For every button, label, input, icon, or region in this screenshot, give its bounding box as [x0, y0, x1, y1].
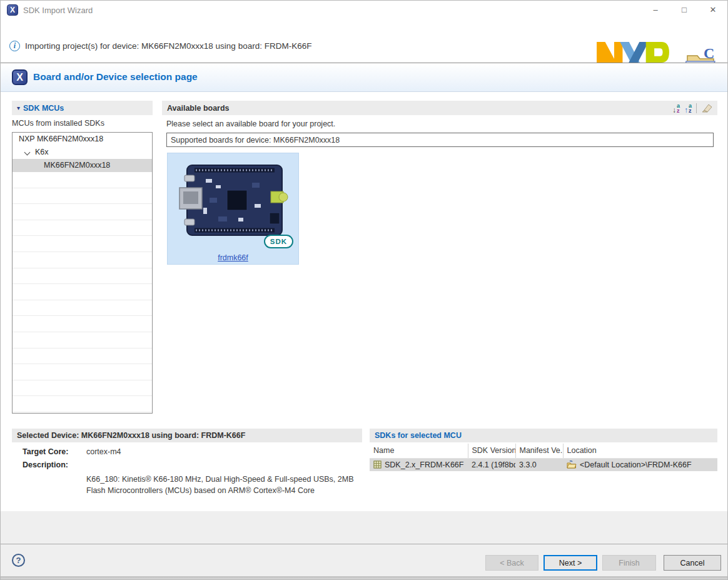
tree-item-label: K6x [35, 146, 49, 159]
tree-empty-row [13, 284, 152, 300]
column-manifest-version[interactable]: Manifest Ve... [515, 444, 563, 458]
info-bar: i Importing project(s) for device: MK66F… [1, 19, 727, 63]
svg-text:C: C [704, 46, 714, 61]
tree-empty-row [13, 349, 152, 365]
sdk-import-wizard-window: X SDK Import Wizard – □ ✕ i Importing pr… [0, 0, 728, 580]
tree-empty-row [13, 268, 152, 285]
next-button[interactable]: Next > [543, 555, 597, 571]
mcu-panel: ▾ SDK MCUs MCUs from installed SDKs NXP … [12, 101, 153, 414]
boards-section-bar: Available boards ↓az ↑az [162, 101, 717, 115]
target-core-value: cortex-m4 [86, 447, 121, 456]
sdk-badge: SDK [264, 235, 293, 248]
boards-hint: Please select an available board for you… [166, 120, 717, 130]
sdk-name: SDK_2.x_FRDM-K66F [385, 460, 463, 469]
page-icon: X [12, 69, 28, 85]
tree-empty-row [13, 220, 152, 237]
board-name-link[interactable]: frdmk66f [168, 253, 298, 262]
tree-empty-row [13, 204, 152, 220]
cancel-button[interactable]: Cancel [664, 555, 721, 571]
sdk-version: 2.4.1 (19f8bd2 [468, 458, 515, 471]
column-location[interactable]: Location [563, 444, 717, 458]
maximize-button[interactable]: □ [670, 1, 699, 19]
device-details: Target Core: cortex-m4 Description: K66_… [12, 447, 362, 496]
sort-ascending-icon[interactable]: ↑az [684, 103, 692, 113]
tree-empty-row [13, 332, 152, 349]
window-title: SDK Import Wizard [23, 6, 93, 15]
sdk-package-icon [373, 460, 382, 469]
tree-empty-row [13, 364, 152, 380]
tree-empty-row [13, 172, 152, 188]
sdk-table: Name SDK Version Manifest Ve... Location [370, 444, 717, 471]
tree-item-mcu-selected[interactable]: MK66FN2M0xxx18 [13, 159, 152, 172]
tree-empty-row [13, 300, 152, 317]
tree-item-family[interactable]: K6x [13, 146, 152, 159]
title-bar: X SDK Import Wizard – □ ✕ [1, 1, 727, 19]
mcu-section-title: SDK MCUs [23, 104, 64, 113]
sort-descending-icon[interactable]: ↓az [672, 103, 680, 113]
sdk-table-header-row: Name SDK Version Manifest Ve... Location [370, 444, 717, 458]
selected-device-panel: Selected Device: MK66FN2M0xxx18 using bo… [12, 429, 362, 496]
board-photo [178, 160, 289, 242]
mcu-tree: NXP MK66FN2M0xxx18 K6x MK66FN2M0xxx18 [12, 132, 153, 414]
toolbar-separator [696, 103, 697, 113]
info-message: Importing project(s) for device: MK66FN2… [25, 41, 311, 51]
board-card-frdmk66f[interactable]: SDK frdmk66f [167, 153, 299, 265]
window-controls: – □ ✕ [641, 1, 727, 19]
wizard-content: ▾ SDK MCUs MCUs from installed SDKs NXP … [1, 93, 727, 511]
tree-item-root[interactable]: NXP MK66FN2M0xxx18 [13, 133, 152, 146]
help-button[interactable]: ? [12, 554, 25, 567]
mcu-section-bar[interactable]: ▾ SDK MCUs [12, 101, 153, 115]
wizard-header: X Board and/or Device selection page [1, 63, 727, 92]
board-sort-tools: ↓az ↑az [672, 103, 712, 113]
button-bar: ? < Back Next > Finish Cancel [1, 544, 727, 576]
selected-device-header: Selected Device: MK66FN2M0xxx18 using bo… [12, 429, 362, 442]
sdk-location: <Default Location>\FRDM-K66F [580, 460, 692, 469]
tree-empty-row [13, 380, 152, 397]
boards-section-title: Available boards [167, 104, 230, 113]
close-button[interactable]: ✕ [699, 1, 727, 19]
chevron-expanded-icon[interactable] [25, 150, 31, 155]
collapse-triangle-icon: ▾ [17, 104, 20, 111]
column-name[interactable]: Name [370, 444, 468, 458]
clear-filter-eraser-icon[interactable] [701, 104, 712, 113]
boards-panel: Available boards ↓az ↑az Please select a… [162, 101, 717, 265]
sdks-panel: SDKs for selected MCU Name SDK Version M… [370, 429, 717, 471]
info-icon: i [9, 41, 20, 51]
window-bottom-edge [1, 576, 727, 580]
sdk-manifest-version: 3.3.0 [515, 458, 563, 471]
tree-empty-row [13, 396, 152, 412]
page-title: Board and/or Device selection page [33, 71, 198, 83]
minimize-button[interactable]: – [641, 1, 670, 19]
board-search-input[interactable] [166, 133, 714, 147]
tree-empty-row [13, 316, 152, 332]
footer-spacer [1, 511, 727, 544]
description-label: Description: [23, 460, 86, 469]
tree-empty-row [13, 252, 152, 268]
device-description: K66_180: Kinetis® K66-180 MHz, Dual High… [86, 474, 369, 496]
back-button[interactable]: < Back [485, 555, 538, 571]
sdks-panel-header: SDKs for selected MCU [370, 429, 717, 442]
tree-empty-row [13, 188, 152, 205]
mcu-subtitle: MCUs from installed SDKs [12, 119, 153, 129]
app-icon: X [7, 4, 18, 16]
finish-button[interactable]: Finish [602, 555, 656, 571]
folder-location-icon [567, 460, 577, 469]
column-sdk-version[interactable]: SDK Version [468, 444, 515, 458]
target-core-label: Target Core: [23, 447, 86, 456]
tree-empty-row [13, 236, 152, 252]
sdk-table-row[interactable]: SDK_2.x_FRDM-K66F 2.4.1 (19f8bd2 3.3.0 [370, 458, 717, 471]
